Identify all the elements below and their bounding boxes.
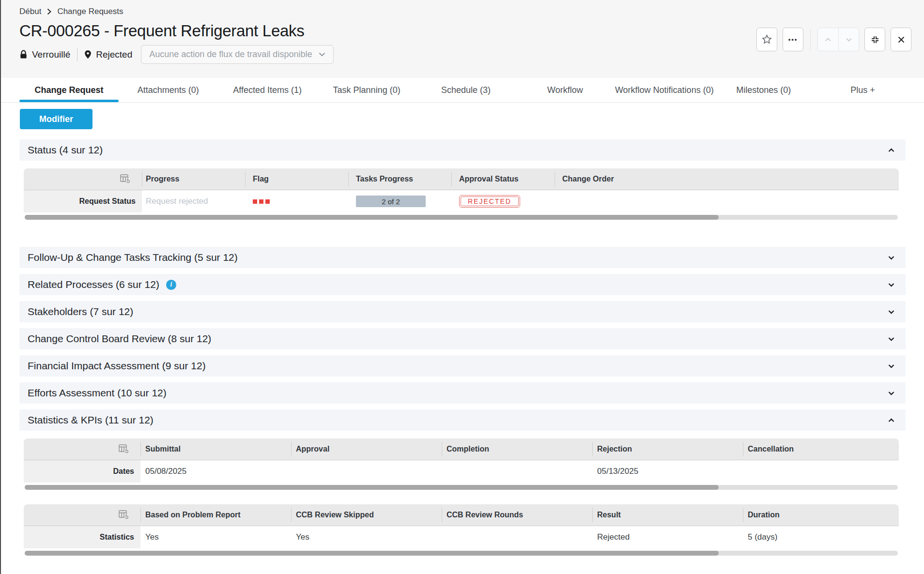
section-efforts-assessment[interactable]: Efforts Assessment (10 sur 12) [19, 382, 906, 404]
flag-dot [253, 199, 257, 204]
section-stakeholders[interactable]: Stakeholders (7 sur 12) [19, 301, 906, 322]
section-title: Change Control Board Review (8 sur 12) [28, 333, 211, 345]
window-actions: ••• [756, 28, 911, 51]
info-icon[interactable]: i [166, 280, 176, 290]
table-corner-cell [24, 438, 140, 460]
ellipsis-icon: ••• [788, 36, 798, 43]
horizontal-scrollbar[interactable] [25, 485, 898, 490]
table-row: Statistics Yes Yes Rejected 5 (days) [24, 526, 899, 548]
lock-state-label: Verrouillé [32, 49, 70, 60]
section-status[interactable]: Status (4 sur 12) [19, 139, 906, 161]
cancellation-date-cell [743, 460, 899, 483]
page-header: Début Change Requests CR-000265 - Freque… [1, 0, 924, 78]
column-header: Based on Problem Report [140, 504, 291, 526]
tab-task-planning[interactable]: Task Planning (0) [317, 78, 416, 102]
section-ccb-review[interactable]: Change Control Board Review (8 sur 12) [19, 328, 906, 349]
status-table: Progress Flag Tasks Progress Approval St… [24, 168, 899, 220]
section-financial-impact[interactable]: Financial Impact Assessment (9 sur 12) [19, 355, 906, 377]
tab-label: Task Planning (0) [333, 85, 400, 95]
table-row: Request Status Request rejected 2 of 2 R… [24, 190, 899, 212]
column-header: Rejection [592, 438, 743, 460]
edit-button[interactable]: Modifier [20, 109, 92, 129]
column-header: Change Order [554, 168, 899, 190]
tab-change-request[interactable]: Change Request [19, 78, 119, 102]
horizontal-scrollbar[interactable] [25, 551, 898, 556]
flag-dot [259, 199, 263, 204]
approval-status-badge: REJECTED [459, 195, 520, 208]
breadcrumb-home[interactable]: Début [19, 7, 41, 16]
column-header: Result [592, 504, 743, 526]
tab-workflow-notifications[interactable]: Workflow Notifications (0) [615, 78, 714, 102]
section-title: Status (4 sur 12) [28, 144, 103, 156]
section-related-processes[interactable]: Related Processes (6 sur 12) i [19, 274, 906, 295]
row-label: Statistics [24, 526, 140, 548]
favorite-button[interactable] [756, 28, 777, 51]
workflow-action-dropdown[interactable]: Aucune action de flux de travail disponi… [141, 45, 334, 64]
rejection-date-cell: 05/13/2025 [592, 460, 743, 483]
table-grid-icon [119, 444, 129, 454]
more-button[interactable]: ••• [783, 28, 803, 51]
tab-schedule[interactable]: Schedule (3) [416, 78, 516, 102]
based-on-problem-report-cell: Yes [140, 526, 291, 548]
tab-label: Milestones (0) [736, 85, 791, 95]
chevron-right-icon [47, 8, 51, 15]
section-followup-tracking[interactable]: Follow-Up & Change Tasks Tracking (5 sur… [19, 247, 906, 268]
section-title: Financial Impact Assessment (9 sur 12) [28, 360, 206, 372]
column-header: Approval [291, 438, 442, 460]
scrollbar-thumb[interactable] [25, 551, 719, 556]
section-title: Statistics & KPIs (11 sur 12) [28, 414, 154, 426]
close-icon [897, 36, 905, 44]
breadcrumb-current[interactable]: Change Requests [57, 7, 123, 16]
section-title: Stakeholders (7 sur 12) [28, 306, 133, 317]
change-order-cell [554, 190, 899, 212]
chevron-up-icon [824, 36, 832, 44]
dates-table: Submittal Approval Completion Rejection … [24, 438, 899, 490]
flag-cell [245, 190, 348, 212]
column-header: Completion [442, 438, 592, 460]
section-title: Related Processes (6 sur 12) [28, 279, 159, 290]
ccb-review-skipped-cell: Yes [291, 526, 442, 548]
next-item-button[interactable] [838, 28, 859, 51]
lock-state: Verrouillé [19, 49, 70, 60]
ccb-review-rounds-cell [442, 526, 592, 548]
collapse-button[interactable] [864, 28, 885, 51]
chevron-down-icon [887, 308, 895, 316]
column-header: CCB Review Rounds [442, 504, 592, 526]
item-nav-group [817, 28, 859, 51]
scrollbar-thumb[interactable] [25, 215, 719, 220]
actions-divider [810, 30, 811, 50]
tab-milestones[interactable]: Milestones (0) [714, 78, 813, 102]
horizontal-scrollbar[interactable] [25, 215, 898, 220]
map-pin-icon [84, 50, 92, 59]
workflow-action-label: Aucune action de flux de travail disponi… [149, 49, 312, 60]
status-table-header: Progress Flag Tasks Progress Approval St… [24, 168, 899, 190]
statistics-table-header: Based on Problem Report CCB Review Skipp… [24, 504, 899, 526]
completion-date-cell [442, 460, 592, 483]
section-statistics-kpis[interactable]: Statistics & KPIs (11 sur 12) [19, 409, 906, 431]
row-label: Dates [24, 460, 140, 483]
tab-workflow[interactable]: Workflow [515, 78, 615, 102]
close-button[interactable] [891, 28, 911, 51]
previous-item-button[interactable] [818, 28, 838, 51]
lock-icon [19, 50, 28, 59]
tab-plus[interactable]: Plus + [813, 78, 912, 102]
scrollbar-thumb[interactable] [25, 485, 719, 490]
tab-label: Workflow [547, 85, 583, 95]
chevron-down-icon [887, 362, 895, 370]
tasks-progress-cell: 2 of 2 [348, 190, 451, 212]
meta-divider [77, 48, 77, 61]
chevron-down-icon [887, 254, 895, 262]
breadcrumb: Début Change Requests [19, 7, 911, 16]
star-icon [761, 34, 772, 45]
table-grid-icon [119, 510, 129, 520]
chevron-up-icon [887, 146, 895, 154]
column-header: Duration [743, 504, 899, 526]
lifecycle-state: Rejected [84, 49, 132, 60]
tab-attachments[interactable]: Attachments (0) [119, 78, 218, 102]
column-header: CCB Review Skipped [291, 504, 442, 526]
tab-label: Affected Items (1) [233, 85, 302, 95]
tab-label: Change Request [34, 85, 103, 95]
submittal-date-cell: 05/08/2025 [140, 460, 291, 483]
result-cell: Rejected [592, 526, 743, 548]
tab-affected-items[interactable]: Affected Items (1) [218, 78, 317, 102]
